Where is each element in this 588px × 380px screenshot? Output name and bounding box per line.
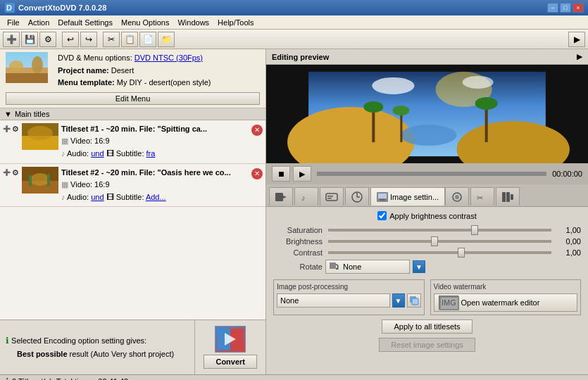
reset-image-settings-button[interactable]: Reset image settings bbox=[379, 338, 475, 352]
config-icon-1[interactable]: ⚙ bbox=[12, 125, 19, 134]
title-2-audio-val[interactable]: und bbox=[91, 193, 104, 201]
tab-effects[interactable] bbox=[496, 187, 520, 205]
project-name-label: Project name: bbox=[58, 66, 109, 75]
play-button[interactable]: ▶ bbox=[293, 166, 311, 182]
seek-bar[interactable] bbox=[317, 172, 546, 176]
dvd-format-link[interactable]: DVD NTSC (30Fps) bbox=[135, 53, 203, 62]
title-1-subtitle-val[interactable]: fra bbox=[146, 149, 156, 158]
tab-subtitles[interactable] bbox=[320, 187, 344, 205]
maximize-button[interactable]: □ bbox=[560, 3, 571, 13]
post-processing-dropdown[interactable]: None bbox=[277, 293, 390, 308]
menu-file[interactable]: File bbox=[3, 17, 24, 28]
menu-help-tools[interactable]: Help/Tools bbox=[213, 17, 258, 28]
collapse-icon[interactable]: ▼ bbox=[4, 110, 12, 118]
tab-color[interactable] bbox=[445, 187, 469, 205]
toolbar-open-button[interactable]: 📁 bbox=[158, 32, 175, 47]
toolbar-redo-button[interactable]: ↪ bbox=[80, 32, 97, 47]
tab-chapters[interactable] bbox=[345, 187, 369, 205]
close-button[interactable]: × bbox=[573, 3, 584, 13]
titlebar: D ConvertXtoDVD 7.0.0.28 − □ × bbox=[0, 0, 588, 15]
svg-rect-37 bbox=[327, 198, 332, 199]
tab-image-settings[interactable]: Image settin... bbox=[370, 187, 445, 205]
expand-icon-1[interactable]: ➕ bbox=[3, 125, 11, 132]
settings-panel: Apply brightness contrast Saturation 1,0… bbox=[266, 207, 588, 374]
contrast-row: Contrast 1,00 bbox=[273, 248, 581, 257]
toolbar-copy-button[interactable]: 📋 bbox=[121, 32, 138, 47]
right-panel: Editing preview ▶ bbox=[266, 49, 588, 374]
toolbar-new-button[interactable]: 📄 bbox=[139, 32, 156, 47]
project-name-value: Desert bbox=[111, 66, 134, 75]
preview-header: Editing preview ▶ bbox=[266, 49, 588, 65]
toolbar-cut-button[interactable]: ✂ bbox=[103, 32, 120, 47]
apply-brightness-checkbox[interactable] bbox=[377, 211, 387, 220]
saturation-slider[interactable] bbox=[328, 229, 551, 232]
menu-template-value: My DIY - desert(open style) bbox=[117, 78, 211, 87]
convert-button[interactable]: Convert bbox=[204, 355, 257, 369]
svg-point-45 bbox=[455, 195, 459, 199]
apply-brightness-label: Apply brightness contrast bbox=[389, 212, 477, 220]
dvd-thumbnail bbox=[6, 52, 48, 83]
rotate-value: None bbox=[343, 262, 361, 271]
toolbar-add-button[interactable]: ➕ bbox=[3, 32, 20, 47]
post-processing-dropdown-button[interactable]: ▼ bbox=[392, 293, 405, 308]
contrast-slider[interactable] bbox=[328, 251, 551, 254]
apply-all-titlesets-button[interactable]: Apply to all titlesets bbox=[382, 319, 472, 334]
menu-menu-options[interactable]: Menu Options bbox=[117, 17, 173, 28]
toolbar-forward-button[interactable]: ▶ bbox=[568, 32, 585, 47]
title-2-subtitle-val[interactable]: Add... bbox=[146, 193, 166, 201]
title-info-1: Titleset #1 - ~20 min. File: "Spitting c… bbox=[61, 123, 251, 160]
config-icon-2[interactable]: ⚙ bbox=[12, 168, 19, 177]
title-1-audio-val[interactable]: und bbox=[91, 149, 104, 158]
svg-rect-13 bbox=[29, 175, 32, 186]
watermark-thumbnail: IMG bbox=[439, 296, 458, 310]
left-panel: DVD & Menu options: DVD NTSC (30Fps) Pro… bbox=[0, 49, 266, 374]
title-2-video: Video: 16:9 bbox=[70, 180, 109, 189]
title-1-name: Titleset #1 - ~20 min. File: "Spitting c… bbox=[61, 125, 207, 133]
minimize-button[interactable]: − bbox=[547, 3, 558, 13]
svg-point-22 bbox=[463, 76, 494, 89]
remove-title-1-button[interactable]: ✕ bbox=[251, 125, 263, 136]
rotate-row: Rotate None ▼ bbox=[273, 260, 581, 274]
menu-default-settings[interactable]: Default Settings bbox=[54, 17, 117, 28]
dvd-options-label: DVD & Menu options: bbox=[58, 53, 132, 62]
brightness-slider[interactable] bbox=[328, 240, 551, 243]
main-layout: DVD & Menu options: DVD NTSC (30Fps) Pro… bbox=[0, 49, 588, 374]
svg-point-5 bbox=[32, 56, 43, 73]
remove-title-2-button[interactable]: ✕ bbox=[251, 168, 263, 179]
dvd-options: DVD & Menu options: DVD NTSC (30Fps) Pro… bbox=[0, 49, 265, 108]
svg-text:✂: ✂ bbox=[477, 194, 483, 202]
toolbar-save-button[interactable]: 💾 bbox=[21, 32, 38, 47]
video-icon-1: ▦ bbox=[61, 137, 70, 145]
tab-audio[interactable]: ♪ bbox=[294, 187, 318, 205]
tab-video[interactable] bbox=[269, 187, 293, 205]
rotate-dropdown-button[interactable]: ▼ bbox=[413, 260, 425, 273]
expand-icon-2[interactable]: ➕ bbox=[3, 169, 11, 176]
toolbar-settings-button[interactable]: ⚙ bbox=[39, 32, 56, 47]
toolbar-undo-button[interactable]: ↩ bbox=[62, 32, 79, 47]
status-line1: Selected Encoding option setting gives: bbox=[11, 336, 146, 345]
post-processing-edit-button[interactable] bbox=[407, 293, 421, 308]
stop-button[interactable]: ⏹ bbox=[272, 166, 290, 182]
rotate-select[interactable]: None bbox=[325, 260, 410, 274]
watermark-legend: Video watermark bbox=[434, 283, 578, 291]
svg-rect-42 bbox=[378, 194, 387, 198]
svg-rect-53 bbox=[412, 298, 418, 305]
svg-rect-36 bbox=[327, 196, 333, 197]
menu-action[interactable]: Action bbox=[24, 17, 54, 28]
menu-windows[interactable]: Windows bbox=[173, 17, 213, 28]
left-bottom: ℹ Selected Encoding option setting gives… bbox=[0, 319, 265, 374]
preview-forward-icon[interactable]: ▶ bbox=[577, 52, 582, 61]
title-1-video: Video: 16:9 bbox=[70, 137, 109, 145]
svg-rect-6 bbox=[6, 73, 48, 83]
svg-point-12 bbox=[30, 173, 50, 186]
status-footer: ℹ 2 Titleset(s), Total time ~ 00:41:40 bbox=[0, 374, 588, 380]
tab-cut[interactable]: ✂ bbox=[470, 187, 494, 205]
svg-rect-32 bbox=[275, 193, 283, 201]
svg-text:♪: ♪ bbox=[301, 194, 306, 202]
saturation-label: Saturation bbox=[273, 226, 323, 234]
timecode: 00:00:00 bbox=[552, 170, 582, 178]
title-2-name: Titleset #2 - ~20 min. File: "Oasis here… bbox=[61, 168, 231, 177]
edit-menu-button[interactable]: Edit Menu bbox=[6, 92, 260, 105]
status-line2-rest: result (Auto Very short project) bbox=[70, 350, 175, 358]
open-watermark-editor-button[interactable]: IMG Open watermark editor bbox=[434, 293, 578, 312]
